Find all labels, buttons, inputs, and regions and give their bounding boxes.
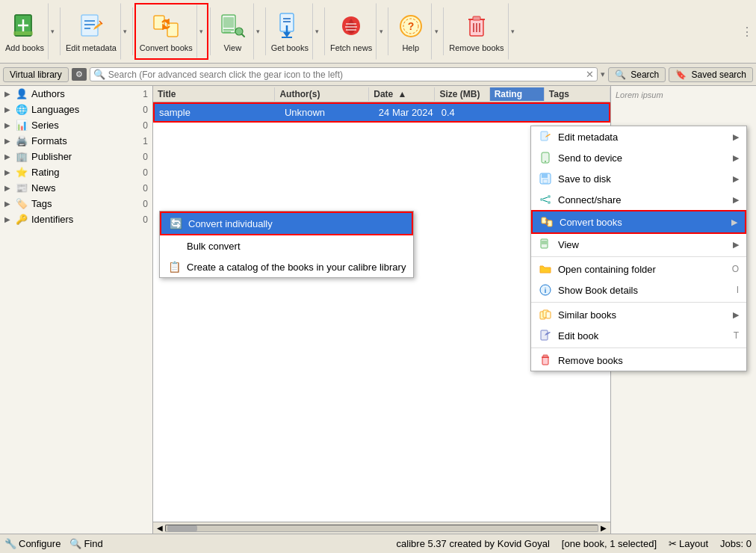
help-button[interactable]: ? Help ▾ (390, 3, 441, 60)
sidebar: ▶ 👤 Authors 1 ▶ 🌐 Languages 0 ▶ 📊 Series… (0, 86, 153, 534)
sidebar-item-series[interactable]: ▶ 📊 Series 0 (0, 117, 152, 133)
ctx-send-to-device-arrow: ▶ (733, 153, 739, 163)
context-convert-books[interactable]: Convert books ▶ (531, 210, 746, 234)
add-books-button[interactable]: Add books ▾ (1, 3, 58, 60)
saved-search-button[interactable]: 🔖 Saved search (669, 67, 753, 82)
configure-button[interactable]: 🔧 Configure (4, 538, 61, 549)
sidebar-languages-label: Languages (31, 104, 79, 115)
fetch-news-dropdown[interactable]: ▾ (376, 3, 386, 60)
search-button[interactable]: 🔍 Search (608, 67, 666, 82)
fetch-news-button[interactable]: Fetch news ▾ (326, 3, 386, 60)
help-dropdown[interactable]: ▾ (431, 3, 441, 60)
context-show-book-details[interactable]: i Show Book details I (531, 279, 746, 300)
context-similar-books[interactable]: Similar books ▶ (531, 304, 746, 325)
edit-metadata-button[interactable]: Edit metadata ▾ (62, 3, 131, 60)
context-create-catalog[interactable]: 📋 Create a catalog of the books in your … (160, 256, 413, 277)
view-dropdown[interactable]: ▾ (253, 3, 264, 60)
sidebar-tags-count: 0 (143, 199, 148, 209)
context-send-to-device[interactable]: Send to device ▶ (531, 147, 746, 168)
ctx-send-to-device-icon (539, 151, 552, 164)
context-view[interactable]: View ▶ (531, 234, 746, 255)
news-icon: 📰 (16, 182, 28, 194)
sort-indicator: ▲ (398, 89, 407, 99)
toolbar: Add books ▾ Edit metadata ▾ (0, 0, 756, 64)
context-save-to-disk[interactable]: Save to disk ▶ (531, 168, 746, 189)
layout-button[interactable]: ✂ Layout (669, 538, 708, 549)
ctx-send-to-device-label: Send to device (558, 152, 622, 164)
sidebar-formats-label: Formats (31, 135, 67, 146)
sidebar-item-authors[interactable]: ▶ 👤 Authors 1 (0, 86, 152, 102)
svg-rect-16 (223, 17, 234, 28)
ctx-view-label: View (558, 239, 579, 250)
context-edit-metadata[interactable]: Edit metadata ▶ (531, 126, 746, 147)
sidebar-item-identifiers[interactable]: ▶ 🔑 Identifiers 0 (0, 211, 152, 227)
sidebar-item-publisher[interactable]: ▶ 🏢 Publisher 0 (0, 149, 152, 164)
context-connect-share[interactable]: Connect/share ▶ (531, 189, 746, 210)
get-books-button[interactable]: Get books ▾ (267, 3, 323, 60)
search-dropdown-arrow[interactable]: ▾ (601, 69, 605, 79)
hscroll-left[interactable]: ◀ (155, 524, 165, 532)
toolbar-more[interactable]: ⋮ (740, 3, 755, 60)
jobs-count: Jobs: 0 (720, 538, 752, 549)
book-size: 0.4 (441, 107, 492, 118)
table-row[interactable]: sample Unknown 24 Mar 2024 0.4 (153, 102, 610, 123)
help-icon: ? (396, 11, 426, 41)
hscroll-right[interactable]: ▶ (598, 524, 609, 532)
book-date: 24 Mar 2024 (379, 107, 441, 118)
context-edit-book[interactable]: Edit book T (531, 325, 746, 346)
get-books-dropdown[interactable]: ▾ (312, 3, 323, 60)
convert-books-dropdown[interactable]: ▾ (196, 4, 207, 58)
ctx-show-book-details-icon: i (539, 283, 552, 297)
convert-books-icon (151, 11, 181, 41)
context-open-folder[interactable]: Open containing folder O (531, 259, 746, 279)
remove-books-icon (462, 11, 492, 41)
search-input[interactable] (108, 69, 586, 80)
sidebar-item-rating[interactable]: ▶ ⭐ Rating 0 (0, 164, 152, 180)
book-author: Unknown (285, 107, 379, 118)
ctx-edit-book-shortcut: T (734, 330, 739, 341)
sidebar-item-tags[interactable]: ▶ 🏷️ Tags 0 (0, 196, 152, 211)
edit-metadata-label: Edit metadata (66, 43, 117, 52)
configure-label: Configure (19, 538, 61, 549)
svg-text:i: i (545, 287, 547, 294)
create-catalog-icon: 📋 (167, 260, 181, 274)
tags-icon: 🏷️ (16, 198, 28, 209)
horizontal-scrollbar[interactable]: ◀ ▶ (153, 522, 610, 534)
sidebar-item-news[interactable]: ▶ 📰 News 0 (0, 180, 152, 196)
view-button[interactable]: View ▾ (212, 3, 264, 60)
svg-rect-64 (543, 355, 548, 357)
rating-expander-icon: ▶ (4, 168, 10, 176)
create-catalog-label: Create a catalog of the books in your ca… (187, 262, 406, 273)
identifiers-icon: 🔑 (16, 214, 28, 225)
sidebar-authors-count: 1 (143, 89, 148, 99)
virtual-library-button[interactable]: Virtual library (3, 67, 69, 82)
col-header-authors[interactable]: Author(s) (275, 87, 369, 101)
sidebar-item-languages[interactable]: ▶ 🌐 Languages 0 (0, 102, 152, 117)
sidebar-item-formats[interactable]: ▶ 🖨️ Formats 1 (0, 133, 152, 149)
hscroll-thumb[interactable] (167, 525, 197, 531)
col-header-date[interactable]: Date ▲ (369, 87, 435, 101)
context-bulk-convert[interactable]: Bulk convert (160, 235, 413, 256)
sep3 (210, 7, 211, 55)
formats-icon: 🖨️ (16, 135, 28, 146)
sep6 (388, 7, 388, 55)
find-button[interactable]: 🔍 Find (69, 538, 102, 549)
ctx-connect-share-icon (539, 193, 552, 206)
remove-books-dropdown[interactable]: ▾ (508, 3, 518, 60)
edit-metadata-dropdown[interactable]: ▾ (120, 3, 131, 60)
col-header-title[interactable]: Title (153, 87, 275, 101)
context-convert-individually[interactable]: 🔄 Convert individually (160, 211, 413, 235)
search-gear-icon[interactable]: ⚙ (72, 68, 87, 81)
context-menu-right: Edit metadata ▶ Send to device ▶ Save to… (530, 126, 747, 371)
svg-rect-12 (167, 23, 178, 37)
convert-books-button[interactable]: Convert books ▾ (134, 3, 208, 60)
col-header-size[interactable]: Size (MB) (435, 87, 489, 101)
remove-books-button[interactable]: Remove books ▾ (445, 3, 518, 60)
col-header-tags[interactable]: Tags (545, 87, 610, 101)
svg-line-49 (543, 197, 548, 199)
search-clear-icon[interactable]: ✕ (586, 69, 594, 80)
hscroll-track[interactable] (165, 525, 598, 532)
col-header-rating[interactable]: Rating (490, 87, 545, 101)
add-books-dropdown[interactable]: ▾ (48, 3, 58, 60)
context-remove-books[interactable]: Remove books (531, 350, 746, 371)
